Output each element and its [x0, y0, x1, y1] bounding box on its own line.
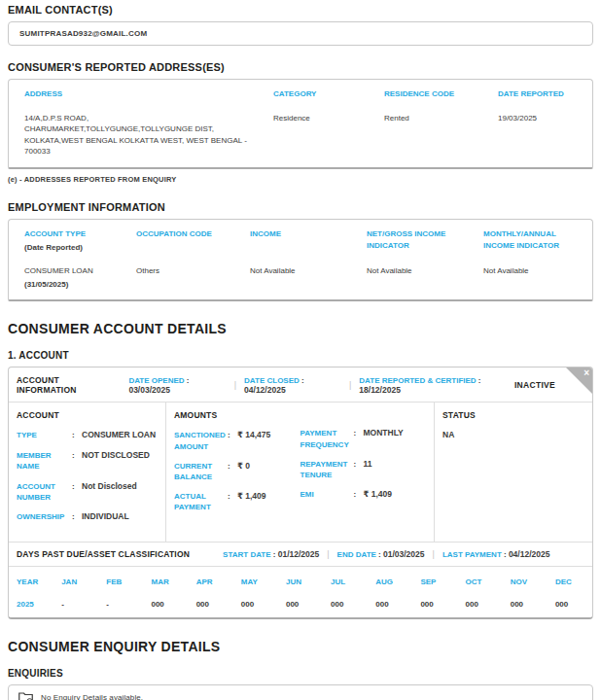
category-col-header: CATEGORY [265, 80, 376, 107]
divider: | [234, 380, 236, 390]
type-field: TYPE: CONSUMER LOAN [17, 430, 158, 441]
divider: | [433, 549, 435, 559]
residence-code-col-header: RESIDENCE CODE [376, 80, 490, 107]
amounts-column: AMOUNTS SANCTIONED AMOUNT: ₹ 14,475 CURR… [166, 402, 435, 542]
dpd-bar: DAYS PAST DUE/ASSET CLASSIFICATION START… [9, 542, 592, 567]
date-closed-field: DATE CLOSED : 04/12/2025 [244, 376, 341, 395]
dpd-col-aug: AUG [368, 571, 412, 593]
account-type-date: (31/05/2025) [24, 279, 119, 291]
reported-addresses-heading: CONSUMER'S REPORTED ADDRESS(ES) [8, 61, 593, 73]
address-table-row: 14/A,D.P.S ROAD, CHARUMARKET,TOLLYGUNGE,… [9, 107, 592, 167]
net-gross-value: Not Available [359, 260, 476, 287]
no-data-folder-icon [18, 691, 33, 700]
status-column: STATUS NA [435, 402, 592, 542]
account-column: ACCOUNT TYPE: CONSUMER LOAN MEMBER NAME:… [9, 402, 166, 542]
dpd-title: DAYS PAST DUE/ASSET CLASSIFICATION [17, 549, 190, 559]
email-contacts-heading: EMAIL CONTACT(S) [8, 4, 593, 16]
income-col-header: INCOME [242, 220, 359, 247]
dpd-value: 000 [189, 593, 233, 615]
employment-table-row: CONSUMER LOAN (31/05/2025) Others Not Av… [9, 260, 592, 299]
amounts-right: PAYMENT FREQUENCY: MONTHLY REPAYMENT TEN… [300, 410, 427, 532]
dpd-col-oct: OCT [458, 571, 503, 593]
dpd-month-grid: YEAR JAN FEB MAR APR MAY JUN JUL AUG SEP… [9, 567, 592, 617]
divider: | [327, 549, 329, 559]
dpd-col-mar: MAR [143, 571, 188, 593]
dpd-value: 000 [548, 593, 592, 615]
date-reported-col-header: DATE REPORTED [490, 80, 592, 107]
date-reported-certified-field: DATE REPORTED & CERTIFIED : 18/12/2025 [359, 376, 514, 395]
email-value: SUMITPRASAD932@GMAIL.COM [19, 29, 147, 38]
account-number-label: 1. ACCOUNT [8, 350, 593, 361]
date-reported-value: 19/03/2025 [490, 107, 592, 134]
ownership-field: OWNERSHIP: INDIVIDUAL [17, 511, 158, 523]
dpd-col-dec: DEC [548, 571, 592, 593]
dpd-col-sep: SEP [412, 571, 457, 593]
consumer-account-details-heading: CONSUMER ACCOUNT DETAILS [8, 321, 593, 336]
dpd-value: 000 [143, 593, 188, 615]
sanctioned-amount-field: SANCTIONED AMOUNT: ₹ 14,475 [174, 430, 300, 451]
dpd-value: 000 [323, 593, 368, 615]
dpd-value: - [53, 593, 98, 615]
income-value: Not Available [242, 260, 359, 287]
dpd-col-jun: JUN [278, 571, 323, 593]
residence-code-value: Rented [376, 107, 490, 134]
payment-frequency-field: PAYMENT FREQUENCY: MONTHLY [300, 428, 427, 449]
address-col-header: ADDRESS [9, 80, 265, 107]
account-number-field: ACCOUNT NUMBER: Not Disclosed [17, 481, 158, 503]
dpd-col-apr: APR [189, 571, 233, 593]
emi-field: EMI: ₹ 1,409 [300, 489, 427, 501]
occupation-code-value: Others [128, 260, 242, 287]
dpd-col-year: YEAR [9, 571, 53, 593]
address-table: ADDRESS CATEGORY RESIDENCE CODE DATE REP… [8, 79, 593, 169]
account-card: ACCOUNT INFORMATION DATE OPENED : 03/03/… [8, 367, 593, 619]
dpd-month-value-row: 2025 - - 000 000 000 000 000 000 000 000… [9, 593, 592, 615]
address-table-header: ADDRESS CATEGORY RESIDENCE CODE DATE REP… [9, 80, 592, 107]
status-value: NA [442, 430, 584, 439]
occupation-code-col-header: OCCUPATION CODE [128, 220, 242, 247]
employment-table: ACCOUNT TYPE (Date Reported) OCCUPATION … [8, 219, 593, 301]
address-footnote: (e) - ADDRESSES REPORTED FROM ENQUIRY [8, 175, 593, 184]
dpd-col-jul: JUL [323, 571, 368, 593]
repayment-tenure-field: REPAYMENT TENURE: 11 [300, 459, 427, 480]
current-balance-field: CURRENT BALANCE: ₹ 0 [174, 461, 300, 482]
no-enquiry-message: No Enquiry Details available. [41, 693, 143, 700]
dpd-value: 000 [503, 593, 548, 615]
employment-table-header: ACCOUNT TYPE (Date Reported) OCCUPATION … [9, 220, 592, 260]
dpd-value: 000 [458, 593, 503, 615]
date-opened-field: DATE OPENED : 03/03/2025 [128, 376, 226, 395]
enquiries-heading: ENQUIRIES [8, 668, 593, 679]
account-type-col-subheader: (Date Reported) [24, 242, 119, 254]
net-gross-col-header: NET/GROSS INCOME INDICATOR [359, 220, 476, 258]
dpd-month-header-row: YEAR JAN FEB MAR APR MAY JUN JUL AUG SEP… [9, 571, 592, 593]
email-contact-box: SUMITPRASAD932@GMAIL.COM [8, 21, 593, 46]
account-detail-columns: ACCOUNT TYPE: CONSUMER LOAN MEMBER NAME:… [9, 402, 592, 542]
dpd-col-nov: NOV [503, 571, 548, 593]
end-date-field: END DATE : 01/03/2025 [337, 549, 425, 559]
category-value: Residence [265, 107, 376, 134]
address-value: 14/A,D.P.S ROAD, CHARUMARKET,TOLLYGUNGE,… [9, 107, 265, 167]
actual-payment-field: ACTUAL PAYMENT: ₹ 1,409 [174, 491, 300, 512]
dpd-value: 000 [368, 593, 412, 615]
monthly-annual-col-header: MONTHLY/ANNUAL INCOME INDICATOR [476, 220, 592, 258]
account-type-col-header: ACCOUNT TYPE (Date Reported) [9, 220, 128, 260]
credit-report-page: EMAIL CONTACT(S) SUMITPRASAD932@GMAIL.CO… [0, 0, 601, 700]
monthly-annual-value: Not Available [476, 260, 592, 287]
account-type-value: CONSUMER LOAN (31/05/2025) [9, 260, 128, 299]
enquiries-empty-box: No Enquiry Details available. [8, 684, 593, 700]
dpd-col-jan: JAN [53, 571, 98, 593]
employment-info-heading: EMPLOYMENT INFORMATION [8, 201, 593, 213]
account-information-title: ACCOUNT INFORMATION [17, 375, 115, 395]
dpd-year-value: 2025 [9, 593, 53, 615]
dpd-col-may: MAY [233, 571, 278, 593]
dpd-value: 000 [233, 593, 278, 615]
divider: | [349, 380, 351, 390]
last-payment-field: LAST PAYMENT : 04/12/2025 [442, 549, 550, 559]
inactive-status-badge: INACTIVE [514, 380, 555, 390]
consumer-enquiry-details-heading: CONSUMER ENQUIRY DETAILS [8, 639, 593, 654]
dpd-col-feb: FEB [98, 571, 143, 593]
close-icon[interactable]: × [583, 368, 589, 378]
collapse-ribbon[interactable]: × [566, 368, 592, 394]
dpd-value: 000 [278, 593, 323, 615]
dpd-value: - [98, 593, 143, 615]
member-name-field: MEMBER NAME: NOT DISCLOSED [17, 450, 158, 472]
